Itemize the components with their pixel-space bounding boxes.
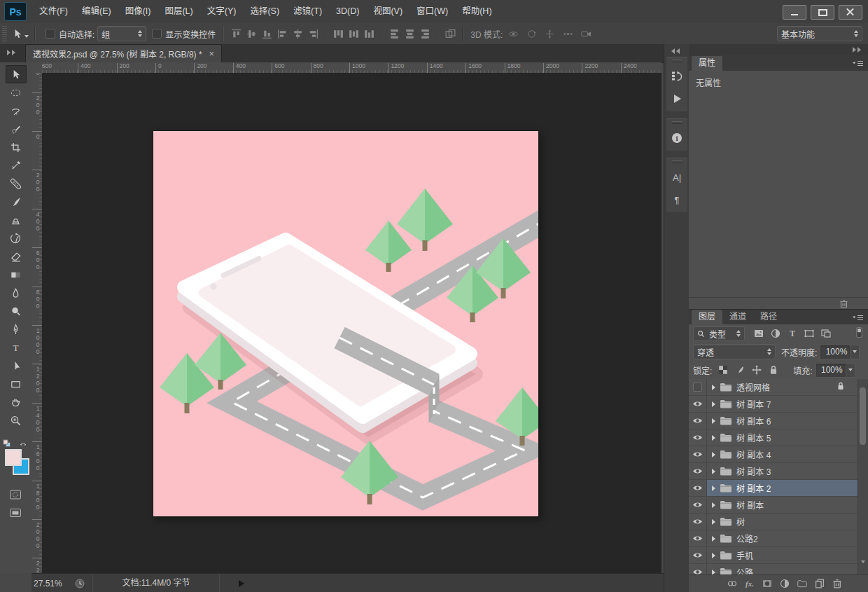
distribute-left-edges-button[interactable] <box>386 27 402 41</box>
menu-item[interactable]: 窗口(W) <box>410 0 455 23</box>
delete-layer-icon[interactable] <box>832 579 843 589</box>
menu-item[interactable]: 编辑(E) <box>75 0 118 23</box>
3d-orbit-button[interactable] <box>505 27 521 41</box>
new-group-icon[interactable] <box>797 579 808 589</box>
3d-camera-button[interactable] <box>578 27 594 41</box>
swap-colors-icon[interactable] <box>19 439 27 449</box>
screen-mode-button[interactable] <box>8 507 23 519</box>
type-tool[interactable]: T <box>6 338 27 357</box>
default-colors-icon[interactable] <box>3 439 11 450</box>
lock-transparency-icon[interactable] <box>716 364 730 376</box>
trash-icon[interactable] <box>839 299 848 308</box>
3d-slide-button[interactable] <box>560 27 575 41</box>
disclosure-triangle-icon[interactable] <box>712 401 715 407</box>
layer-style-icon[interactable]: fx. <box>744 579 755 589</box>
layer-row-main[interactable]: 树 副本 5 <box>707 429 858 446</box>
document-tab-close-icon[interactable]: × <box>209 48 215 59</box>
layer-row-main[interactable]: 树 副本 <box>707 497 858 513</box>
pen-tool[interactable] <box>6 320 27 338</box>
align-vertical-centers-button[interactable] <box>244 27 259 41</box>
layer-row-main[interactable]: 树 副本 6 <box>707 413 858 429</box>
opacity-field[interactable]: 100% <box>820 345 850 359</box>
layer-row[interactable]: 树 副本 <box>689 497 868 514</box>
panel-menu-icon[interactable] <box>853 314 864 324</box>
distribute-bottom-edges-button[interactable] <box>361 27 377 41</box>
layer-row[interactable]: 透视网格 <box>689 379 868 396</box>
status-options-button[interactable] <box>235 577 248 590</box>
layer-row[interactable]: 树 副本 4 <box>689 446 868 463</box>
layer-row-main[interactable]: 手机 <box>707 547 858 563</box>
workspace-select[interactable]: 基本功能 <box>777 26 862 41</box>
menu-item[interactable]: 文字(Y) <box>200 0 244 23</box>
document-size-info[interactable]: 文档:11.4M/0 字节 <box>92 574 220 592</box>
disclosure-triangle-icon[interactable] <box>712 502 715 508</box>
foreground-color-swatch[interactable] <box>5 449 22 466</box>
tab-properties[interactable]: 属性 <box>692 56 722 71</box>
layer-row[interactable]: 树 副本 5 <box>689 429 868 446</box>
paragraph-panel-icon[interactable]: ¶ <box>667 190 687 209</box>
maximize-button[interactable] <box>811 5 834 20</box>
layer-row[interactable]: 树 副本 6 <box>689 413 868 429</box>
filter-shape-layers-icon[interactable] <box>802 328 816 339</box>
auto-select-target-select[interactable]: 组 <box>97 26 146 41</box>
dock-expand-icon[interactable] <box>670 48 680 54</box>
panel-menu-icon[interactable] <box>853 60 864 69</box>
opacity-dropdown-icon[interactable] <box>850 345 860 359</box>
menu-item[interactable]: 图层(L) <box>158 0 200 23</box>
visibility-toggle[interactable] <box>689 480 707 496</box>
hand-tool[interactable] <box>6 393 27 411</box>
disclosure-triangle-icon[interactable] <box>712 418 715 424</box>
document-tab[interactable]: 透视效果2.psd @ 27.5% (树 副本 2, RGB/8) * × <box>25 44 222 62</box>
ruler-origin-box[interactable] <box>31 62 43 74</box>
layer-row-main[interactable]: 公路2 <box>707 530 858 546</box>
zoom-tool[interactable] <box>6 411 27 429</box>
3d-roll-button[interactable] <box>524 27 539 41</box>
align-horizontal-centers-button[interactable] <box>290 27 305 41</box>
visibility-toggle[interactable] <box>689 396 707 412</box>
tool-preset-dropdown-icon[interactable] <box>24 35 29 38</box>
panels-collapse-icon[interactable] <box>853 47 862 53</box>
new-adjustment-layer-icon[interactable] <box>779 579 790 589</box>
move-tool[interactable] <box>6 65 27 83</box>
distribute-vertical-centers-button[interactable] <box>346 27 361 41</box>
visibility-toggle[interactable] <box>689 547 707 563</box>
align-top-edges-button[interactable] <box>228 27 244 41</box>
zoom-level-field[interactable]: 27.51% <box>31 579 74 588</box>
disclosure-triangle-icon[interactable] <box>712 486 715 491</box>
visibility-toggle[interactable] <box>689 429 707 446</box>
menu-item[interactable]: 视图(V) <box>366 0 410 23</box>
disclosure-triangle-icon[interactable] <box>712 519 715 525</box>
blur-tool[interactable] <box>6 284 27 302</box>
disclosure-triangle-icon[interactable] <box>712 536 715 542</box>
layer-row[interactable]: 树 副本 7 <box>689 396 868 413</box>
disclosure-triangle-icon[interactable] <box>712 553 715 558</box>
new-layer-icon[interactable] <box>814 579 825 589</box>
disclosure-triangle-icon[interactable] <box>712 452 715 457</box>
layer-row[interactable]: 公路2 <box>689 530 868 547</box>
lasso-tool[interactable] <box>6 102 27 120</box>
filter-adjustment-layers-icon[interactable] <box>769 328 783 339</box>
filter-toggle-switch[interactable] <box>856 327 862 340</box>
link-layers-icon[interactable] <box>727 579 738 589</box>
menu-item[interactable]: 3D(D) <box>329 0 366 23</box>
menu-item[interactable]: 文件(F) <box>32 0 75 23</box>
add-layer-mask-icon[interactable] <box>762 579 773 589</box>
auto-select-checkbox[interactable] <box>46 29 55 39</box>
close-button[interactable] <box>839 5 862 20</box>
path-selection-tool[interactable] <box>6 357 27 375</box>
eraser-tool[interactable] <box>6 247 27 266</box>
marquee-tool[interactable] <box>6 83 27 102</box>
menu-item[interactable]: 图像(I) <box>118 0 158 23</box>
layer-row-main[interactable]: 树 副本 3 <box>707 463 858 479</box>
tab-channels[interactable]: 通道 <box>722 310 753 324</box>
visibility-toggle[interactable] <box>689 463 707 479</box>
layer-row-main[interactable]: 公路 <box>707 564 858 574</box>
disclosure-triangle-icon[interactable] <box>712 570 715 575</box>
filter-pixel-layers-icon[interactable] <box>752 328 766 339</box>
layer-row-main[interactable]: 树 副本 2 <box>707 480 858 496</box>
healing-brush-tool[interactable] <box>6 174 27 193</box>
visibility-toggle[interactable] <box>689 379 707 395</box>
visibility-toggle[interactable] <box>689 530 707 546</box>
align-right-edges-button[interactable] <box>305 27 321 41</box>
layer-row[interactable]: 手机 <box>689 547 868 564</box>
